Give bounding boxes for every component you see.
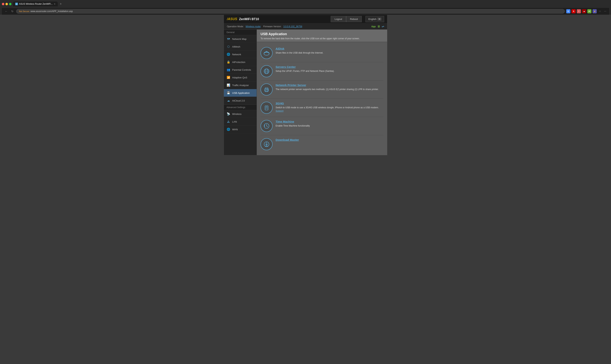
op-mode-value[interactable]: Wireless router	[245, 25, 261, 28]
servers-center-link[interactable]: Servers Center	[276, 65, 383, 68]
language-button[interactable]: English ▼	[366, 16, 384, 22]
svg-rect-7	[265, 90, 268, 92]
aidisk-description: Share files in the USB disk through the …	[276, 51, 383, 54]
sidebar-item-lan[interactable]: 🖧 LAN	[224, 118, 257, 126]
browser-titlebar: A ASUS Wireless Router ZenWiFi... ✕ +	[2, 1, 609, 6]
menu-button[interactable]: ⋯	[603, 9, 607, 13]
download-master-link[interactable]: Download Master	[276, 138, 383, 141]
maximize-button[interactable]	[9, 3, 12, 5]
bookmark-button[interactable]: ☆	[598, 9, 602, 13]
svg-line-15	[266, 126, 268, 127]
content-area: USB Application To remove the hard disk …	[257, 29, 387, 155]
address-text: www.asusrouter.com/APP_Installation.asp	[30, 10, 73, 13]
sidebar-label-adaptive-qos: Adaptive QoS	[232, 76, 247, 79]
servers-center-info: Servers Center Setup the UPnP, iTunes, F…	[276, 65, 383, 73]
app-item-network-printer-server: Network Printer Server The network print…	[261, 80, 383, 99]
aicloud-icon: ☁	[226, 99, 230, 103]
address-bar[interactable]: Not Secure www.asusrouter.com/APP_Instal…	[16, 9, 565, 13]
sidebar-label-network-map: Network Map	[232, 38, 247, 40]
sidebar-item-aimesh[interactable]: ⬡ AiMesh	[224, 43, 257, 51]
sidebar-label-usb-application: USB Application	[232, 91, 250, 94]
wan-icon: 🌐	[226, 128, 230, 131]
sidebar-item-adaptive-qos[interactable]: 📶 Adaptive QoS	[224, 74, 257, 81]
aidisk-icon-circle	[261, 47, 273, 59]
tab-title: ASUS Wireless Router ZenWiFi...	[19, 3, 53, 5]
logout-button[interactable]: Logout	[331, 16, 346, 22]
sidebar-label-wan: WAN	[232, 128, 238, 131]
sidebar-label-wireless: Wireless	[232, 113, 241, 116]
tab-close-button[interactable]: ✕	[54, 3, 55, 5]
close-button[interactable]	[2, 3, 4, 5]
toolbar-icons: G A f ■ 1P ⚡ ☆ ⋯	[566, 9, 607, 13]
back-button[interactable]: ←	[4, 9, 9, 13]
firmware-version[interactable]: 3.0.0.6.102_36758	[283, 25, 302, 28]
servers-center-description: Setup the UPnP, iTunes, FTP and Network …	[276, 69, 383, 73]
network-printer-server-link[interactable]: Network Printer Server	[276, 83, 383, 87]
op-mode-info: Operation Mode: Wireless router Firmware…	[227, 25, 302, 28]
sidebar-item-network[interactable]: 🌐 Network	[224, 51, 257, 58]
op-mode-label: Operation Mode:	[227, 25, 244, 28]
page-title: USB Application	[261, 32, 383, 36]
op-mode-bar: Operation Mode: Wireless router Firmware…	[224, 24, 387, 29]
sidebar-item-wireless[interactable]: 📡 Wireless	[224, 110, 257, 118]
router-header: /ASUS ZenWiFi BT10 Logout Reboot English…	[224, 15, 387, 24]
sidebar: General 🗺 Network Map ⬡ AiMesh 🌐 Network…	[224, 29, 257, 155]
support-link[interactable]: Support	[276, 110, 283, 112]
svg-point-0	[264, 52, 269, 55]
language-label: English	[368, 18, 376, 21]
sidebar-item-parental-controls[interactable]: 👥 Parental Controls	[224, 66, 257, 74]
extension-button-4[interactable]: 1P	[587, 9, 591, 13]
usb-icon[interactable]: ⇌	[382, 25, 384, 28]
extension-button-1[interactable]: A	[571, 9, 576, 13]
language-dropdown-arrow: ▼	[378, 18, 381, 21]
router-model: ZenWiFi BT10	[239, 17, 259, 21]
google-button[interactable]: G	[566, 9, 570, 13]
sidebar-item-network-map[interactable]: 🗺 Network Map	[224, 35, 257, 43]
reboot-button[interactable]: Reboot	[346, 16, 362, 22]
page-description: To remove the hard disk from the router,…	[261, 37, 383, 40]
traffic-lights	[2, 3, 12, 5]
monitor-icon: 🖥	[377, 25, 380, 28]
firmware-label: Firmware Version:	[263, 25, 281, 28]
time-machine-info: Time Machine Enable Time Machine functio…	[276, 120, 383, 128]
aidisk-link[interactable]: AiDisk	[276, 47, 383, 50]
new-tab-button[interactable]: +	[58, 2, 63, 6]
sidebar-label-aicloud: AiCloud 2.0	[232, 99, 245, 102]
printer-icon-circle	[261, 83, 273, 95]
header-buttons: Logout Reboot English ▼	[331, 16, 384, 22]
traffic-analyzer-icon: 📊	[226, 83, 230, 87]
app-item-aidisk: AiDisk Share files in the USB disk throu…	[261, 44, 383, 62]
sidebar-item-wan[interactable]: 🌐 WAN	[224, 126, 257, 133]
time-machine-link[interactable]: Time Machine	[276, 120, 383, 123]
address-bar-row: ← ↻ Not Secure www.asusrouter.com/APP_In…	[2, 8, 609, 15]
router-logo: /ASUS ZenWiFi BT10	[227, 15, 259, 23]
svg-text:4G: 4G	[266, 107, 268, 109]
svg-point-9	[267, 90, 268, 90]
minimize-button[interactable]	[5, 3, 8, 5]
extension-button-2[interactable]: f	[577, 9, 581, 13]
app-item-time-machine: Time Machine Enable Time Machine functio…	[261, 117, 383, 135]
app-item-servers-center: Servers Center Setup the UPnP, iTunes, F…	[261, 62, 383, 80]
sidebar-item-usb-application[interactable]: 💾 USB Application	[224, 89, 257, 97]
sidebar-label-network: Network	[232, 53, 241, 56]
network-icon: 🌐	[226, 52, 230, 56]
time-machine-icon-circle	[261, 120, 273, 132]
4g-info: 3G/4G Switch to USB mode to use a 3G/4G …	[276, 102, 383, 113]
sidebar-label-parental-controls: Parental Controls	[232, 68, 251, 71]
app-list: AiDisk Share files in the USB disk throu…	[257, 42, 387, 155]
servers-center-icon-circle	[261, 65, 273, 77]
sidebar-item-aicloud[interactable]: ☁ AiCloud 2.0	[224, 97, 257, 104]
3g-4g-link[interactable]: 3G/4G	[276, 102, 383, 105]
sidebar-item-aiprotection[interactable]: 🔒 AiProtection	[224, 58, 257, 66]
extension-button-5[interactable]: ⚡	[593, 9, 597, 13]
network-map-icon: 🗺	[226, 37, 230, 41]
content-header: USB Application To remove the hard disk …	[257, 29, 387, 42]
refresh-button[interactable]: ↻	[10, 9, 15, 13]
sidebar-item-traffic-analyzer[interactable]: 📊 Traffic Analyzer	[224, 81, 257, 89]
app-item-3g-4g: 4G 3G/4G Switch to USB mode to use a 3G/…	[261, 99, 383, 117]
extension-button-3[interactable]: ■	[582, 9, 586, 13]
sidebar-label-aiprotection: AiProtection	[232, 61, 245, 64]
aidisk-info: AiDisk Share files in the USB disk throu…	[276, 47, 383, 54]
active-tab[interactable]: A ASUS Wireless Router ZenWiFi... ✕	[13, 1, 58, 6]
asus-logo-text: /ASUS	[227, 17, 237, 21]
